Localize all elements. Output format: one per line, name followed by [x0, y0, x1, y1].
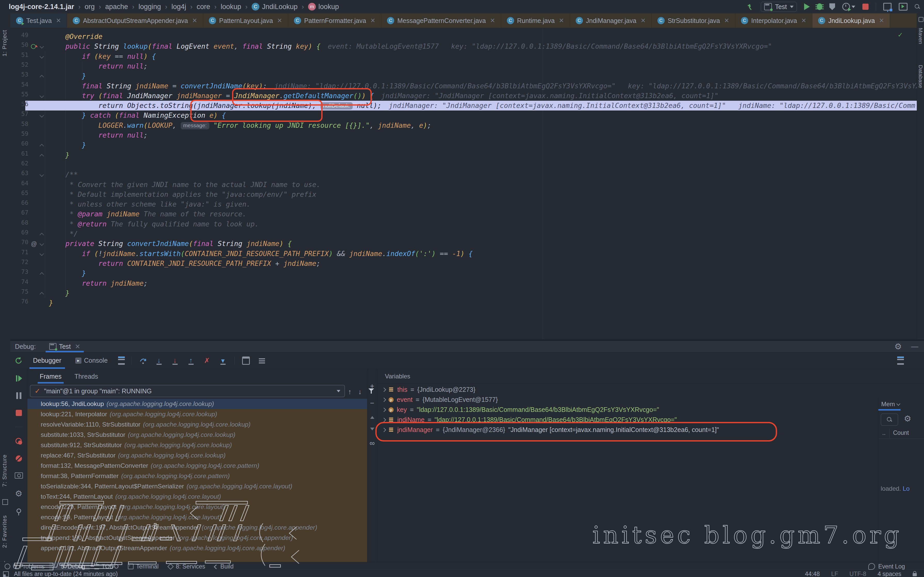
expand-chevron-icon[interactable] — [382, 387, 386, 392]
code-line[interactable]: 58 LOGGER.warn(LOOKUP, message: "Error l… — [10, 121, 917, 131]
code-line[interactable]: 64 * Convert the given JNDI name to the … — [10, 180, 917, 190]
tool-window-switcher-icon[interactable] — [3, 571, 9, 577]
resume-icon[interactable] — [16, 375, 22, 382]
stack-frame-row[interactable]: substitute:912, StrSubstitutor(org.apach… — [27, 440, 367, 450]
view-breakpoints-icon[interactable] — [16, 438, 22, 445]
debug-session-tab[interactable]: Test ✕ — [46, 341, 84, 352]
breadcrumb-item[interactable]: logging — [139, 3, 161, 11]
debugger-settings-icon[interactable] — [257, 356, 267, 365]
run-with-coverage-button[interactable] — [829, 3, 835, 10]
gear-icon[interactable]: ⚙ — [894, 342, 902, 351]
thread-dump-icon[interactable] — [15, 472, 23, 479]
close-icon[interactable]: ✕ — [75, 343, 80, 350]
memory-search-box[interactable] — [881, 413, 898, 426]
layout-settings-icon[interactable] — [118, 356, 125, 365]
breadcrumb-item[interactable]: core — [197, 3, 210, 11]
stack-frame-row[interactable]: lookup:221, Interpolator(org.apache.logg… — [27, 409, 367, 419]
editor-tab[interactable]: CRuntime.java✕ — [501, 13, 570, 28]
code-line[interactable]: 75 } — [10, 288, 917, 298]
search-everywhere-icon[interactable] — [915, 4, 920, 9]
variable-row[interactable]: pevent={MutableLogEvent@1577} — [377, 395, 877, 405]
stack-frame-row[interactable]: lookup:56, JndiLookup(org.apache.logging… — [27, 399, 367, 409]
code-line[interactable]: 68 * @return The fully qualified name to… — [10, 219, 917, 229]
variable-row[interactable]: pkey="ldap://127.0.0.1:1389/Basic/Comman… — [377, 405, 877, 415]
toolwindow-button-problems[interactable]: 6: Problems — [0, 562, 49, 571]
editor-tab[interactable]: CAbstractOutputStreamAppender.java✕ — [67, 13, 203, 28]
fold-marker-icon[interactable] — [40, 44, 44, 49]
stack-frame-row[interactable]: directEncodeEvent:197, AbstractOutputStr… — [27, 522, 367, 533]
code-line[interactable]: 74 return jndiName; — [10, 279, 917, 288]
toolwindow-button-debug[interactable]: 5: Debug — [49, 562, 90, 571]
code-line[interactable]: 67 * @param jndiName The name of the res… — [10, 209, 917, 219]
run-to-cursor-icon[interactable]: ▾ — [218, 356, 228, 365]
debug-button[interactable] — [817, 3, 822, 10]
fold-marker-icon[interactable] — [40, 113, 44, 118]
expand-chevron-icon[interactable] — [382, 398, 386, 402]
gear-icon[interactable]: ⚙ — [904, 414, 911, 423]
breadcrumb-item[interactable]: org — [84, 3, 95, 11]
code-line[interactable]: 54 final String jndiName = convertJndiNa… — [10, 81, 917, 91]
stack-frame-row[interactable]: format:132, MessagePatternConverter(org.… — [27, 461, 367, 471]
fold-marker-icon[interactable] — [40, 242, 44, 246]
stack-frame-row[interactable]: replace:467, StrSubstitutor(org.apache.l… — [27, 450, 367, 461]
close-icon[interactable]: ✕ — [56, 17, 61, 24]
project-structure-icon[interactable] — [883, 3, 892, 11]
variable-row[interactable]: this={JndiLookup@2273} — [377, 385, 877, 395]
drop-frame-icon[interactable]: ✗ — [202, 356, 212, 365]
expand-chevron-icon[interactable] — [382, 408, 386, 412]
stack-frame-row[interactable]: append:181, AbstractOutputStreamAppender… — [27, 543, 367, 553]
fold-marker-icon[interactable] — [40, 54, 44, 58]
code-line[interactable]: 73 } — [10, 268, 917, 278]
memory-load-link[interactable]: Lo — [903, 485, 909, 492]
fold-marker-icon[interactable] — [40, 172, 44, 177]
code-line[interactable]: 57 } catch (final NamingException e) { — [10, 111, 917, 120]
stack-frame-row[interactable]: encode:229, PatternLayout(org.apache.log… — [27, 502, 367, 512]
breadcrumb-item[interactable]: log4j — [171, 3, 186, 11]
code-editor[interactable]: 49 @Override50 public String lookup(fina… — [10, 28, 917, 340]
grid-icon[interactable] — [2, 499, 8, 505]
stop-button[interactable] — [863, 3, 869, 10]
profiler-button[interactable] — [842, 3, 855, 11]
sidebar-item-structure[interactable]: 7: Structure — [1, 455, 8, 487]
code-line[interactable]: 61 } — [10, 150, 917, 160]
close-icon[interactable]: ✕ — [192, 17, 197, 24]
close-icon[interactable]: ✕ — [490, 17, 495, 24]
code-line[interactable]: 56 return Objects.toString(jndiManager.l… — [10, 101, 917, 111]
caret-position[interactable]: 44:48 — [805, 571, 820, 577]
code-line[interactable]: 62 — [10, 160, 917, 170]
evaluate-expression-icon[interactable] — [241, 356, 250, 365]
close-icon[interactable]: ✕ — [801, 17, 806, 24]
editor-tab[interactable]: CStrSubstitutor.java✕ — [652, 13, 735, 28]
step-into-icon[interactable]: ↓ — [154, 356, 164, 365]
tab-threads[interactable]: Threads — [73, 369, 100, 384]
toolwindow-button-terminal[interactable]: Terminal — [123, 562, 163, 571]
sidebar-item-database[interactable]: Database — [918, 65, 924, 88]
editor-tab[interactable]: CTest.java✕ — [10, 13, 67, 28]
tab-frames[interactable]: Frames — [38, 369, 64, 384]
fold-marker-icon[interactable] — [40, 292, 44, 296]
breadcrumb-item[interactable]: CJndiLookup — [252, 3, 297, 11]
code-line[interactable]: 65 * Default implementation applies the … — [10, 190, 917, 199]
event-log-button[interactable]: Event Log — [868, 562, 905, 571]
code-line[interactable]: 69 */ — [10, 229, 917, 239]
close-icon[interactable]: ✕ — [370, 17, 375, 24]
stop-icon[interactable] — [16, 410, 22, 416]
remove-watch-icon[interactable]: − — [370, 399, 374, 407]
hide-panel-icon[interactable]: — — [911, 342, 918, 351]
infinity-icon[interactable]: ∞ — [370, 439, 375, 447]
toolwindow-button-todo[interactable]: TODO — [90, 562, 123, 571]
gear-icon[interactable]: ⚙ — [15, 489, 23, 498]
toolwindow-button-build[interactable]: Build — [210, 562, 238, 571]
code-line[interactable]: 49 @Override — [10, 32, 917, 42]
breadcrumb-item[interactable]: log4j-core-2.14.1.jar — [9, 3, 74, 11]
editor-tab[interactable]: CInterpolator.java✕ — [735, 13, 813, 28]
fold-marker-icon[interactable] — [40, 144, 44, 148]
mute-breakpoints-icon[interactable] — [16, 455, 22, 462]
fold-marker-icon[interactable] — [40, 251, 44, 256]
breadcrumb-item[interactable]: apache — [105, 3, 128, 11]
code-line[interactable]: 66 * unless other scheme like "java:" is… — [10, 199, 917, 209]
editor-tab[interactable]: CJndiLookup.java✕ — [813, 13, 890, 28]
code-line[interactable]: 51 if (key == null) { — [10, 52, 917, 61]
fold-marker-icon[interactable] — [40, 75, 44, 79]
expand-chevron-icon[interactable] — [382, 417, 386, 422]
